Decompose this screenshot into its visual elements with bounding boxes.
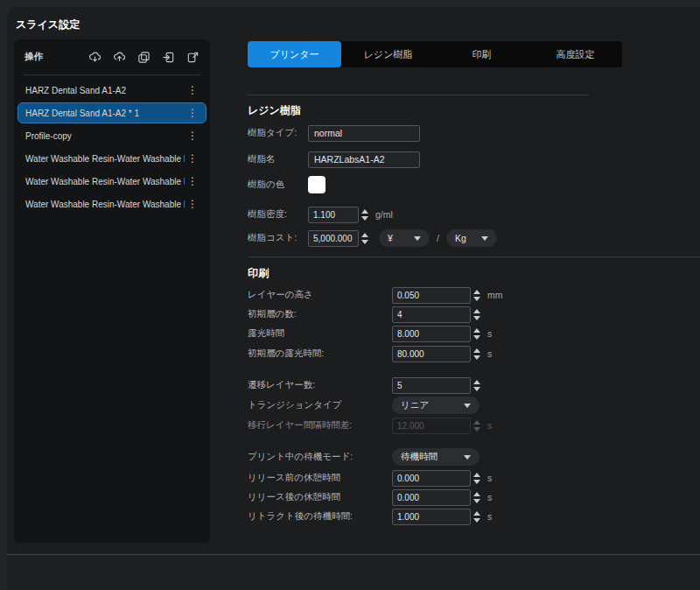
profile-name: HARZ Dental Sand A1-A2: [25, 86, 185, 95]
list-item[interactable]: Profile-copy ⋮: [18, 125, 206, 146]
rest-before-release-unit: s: [487, 473, 492, 483]
stepper-arrows-icon: [473, 420, 480, 432]
kebab-menu-icon[interactable]: ⋮: [185, 174, 200, 188]
kebab-menu-icon[interactable]: ⋮: [185, 106, 200, 120]
list-item[interactable]: Water Washable Resin-Water Washable Resi…: [18, 148, 206, 169]
resin-color-swatch[interactable]: [308, 176, 326, 193]
operations-label: 操作: [24, 51, 88, 63]
transition-type-dropdown[interactable]: リニア: [392, 397, 480, 414]
sidebar-toolbar: [88, 51, 200, 64]
profile-name: HARZ Dental Sand A1-A2 * 1: [25, 109, 185, 118]
list-item[interactable]: HARZ Dental Sand A1-A2 ⋮: [18, 80, 206, 101]
resin-type-row: 樹脂タイプ:: [248, 124, 420, 142]
transition-layers-row: 遷移レイヤー数:: [248, 376, 480, 394]
stepper-arrows-icon[interactable]: [473, 328, 480, 340]
resin-type-input[interactable]: [308, 125, 420, 142]
initial-exposure-row: 初期層の露光時間: s: [248, 345, 492, 362]
transition-layers-label: 遷移レイヤー数:: [248, 379, 392, 391]
kebab-menu-icon[interactable]: ⋮: [185, 197, 200, 211]
rest-after-release-input[interactable]: [392, 489, 471, 506]
initial-layers-label: 初期層の数:: [248, 308, 392, 320]
cloud-upload-icon[interactable]: [113, 51, 126, 64]
transition-type-row: トランジションタイプ リニア: [248, 397, 480, 414]
list-item[interactable]: HARZ Dental Sand A1-A2 * 1 ⋮: [18, 102, 206, 123]
wait-mode-dropdown[interactable]: 待機時間: [392, 448, 480, 466]
resin-density-stepper[interactable]: [308, 207, 368, 223]
tab-printer[interactable]: プリンター: [248, 41, 341, 67]
rest-after-release-label: リリース後の休憩時間: [248, 491, 392, 503]
layer-height-stepper[interactable]: [392, 287, 480, 304]
rest-before-release-row: リリース前の休憩時間 s: [248, 469, 492, 487]
currency-dropdown[interactable]: ¥: [379, 229, 430, 247]
initial-exposure-input[interactable]: [392, 346, 471, 362]
rest-after-release-unit: s: [487, 492, 492, 502]
exposure-input[interactable]: [392, 326, 471, 342]
resin-cost-input[interactable]: [308, 230, 359, 247]
resin-section-title: レジン樹脂: [248, 103, 301, 118]
transition-interval-stepper: [392, 418, 480, 434]
currency-value: ¥: [388, 233, 393, 243]
weight-unit-dropdown[interactable]: Kg: [446, 229, 497, 247]
resin-color-label: 樹脂の色: [248, 179, 308, 191]
transition-layers-stepper[interactable]: [392, 377, 480, 394]
footer-bar: [7, 555, 700, 590]
resin-density-input[interactable]: [308, 207, 359, 223]
stepper-arrows-icon[interactable]: [473, 511, 480, 523]
stepper-arrows-icon[interactable]: [361, 209, 368, 221]
print-section-title: 印刷: [248, 266, 269, 281]
exposure-label: 露光時間: [248, 327, 392, 340]
initial-layers-input[interactable]: [392, 306, 471, 323]
stepper-arrows-icon[interactable]: [473, 290, 480, 301]
profile-list: HARZ Dental Sand A1-A2 ⋮ HARZ Dental San…: [14, 75, 210, 214]
chevron-down-icon: [464, 404, 471, 408]
transition-layers-input[interactable]: [392, 377, 471, 394]
list-item[interactable]: Water Washable Resin-Water Washable Resi…: [18, 171, 206, 192]
cloud-download-icon[interactable]: [88, 51, 102, 64]
sidebar-header: 操作: [14, 39, 210, 74]
chevron-down-icon: [464, 455, 471, 460]
resin-cost-row: 樹脂コスト: ¥ / Kg: [248, 229, 497, 247]
list-item[interactable]: Water Washable Resin-Water Washable Resi…: [18, 193, 206, 214]
rest-after-release-stepper[interactable]: [392, 489, 480, 506]
stepper-arrows-icon[interactable]: [473, 309, 480, 320]
tab-resin[interactable]: レジン樹脂: [341, 41, 435, 67]
divider: [248, 95, 589, 95]
stepper-arrows-icon[interactable]: [473, 492, 480, 503]
page-title: スライス設定: [16, 18, 80, 32]
initial-exposure-stepper[interactable]: [392, 346, 480, 362]
transition-interval-unit: s: [487, 420, 492, 431]
resin-cost-stepper[interactable]: [308, 230, 368, 247]
import-icon[interactable]: [162, 51, 175, 64]
wait-mode-label: プリント中の待機モード:: [248, 451, 392, 463]
exposure-row: 露光時間 s: [248, 325, 492, 342]
divider: [248, 256, 700, 257]
layer-height-input[interactable]: [392, 287, 471, 304]
layer-height-unit: mm: [487, 290, 503, 300]
stepper-arrows-icon[interactable]: [473, 348, 480, 360]
export-icon[interactable]: [186, 51, 200, 64]
exposure-stepper[interactable]: [392, 326, 480, 342]
resin-density-label: 樹脂密度:: [248, 208, 308, 221]
initial-layers-stepper[interactable]: [392, 306, 480, 323]
layer-height-row: レイヤーの高さ mm: [248, 286, 503, 304]
stepper-arrows-icon[interactable]: [361, 233, 368, 244]
tab-advanced[interactable]: 高度設定: [528, 41, 622, 67]
wait-after-retract-stepper[interactable]: [392, 509, 480, 525]
wait-after-retract-row: リトラクト後の待機時間: s: [248, 508, 492, 525]
tab-print[interactable]: 印刷: [435, 41, 528, 67]
stepper-arrows-icon[interactable]: [473, 473, 480, 484]
stepper-arrows-icon[interactable]: [473, 380, 480, 391]
wait-after-retract-input[interactable]: [392, 509, 471, 525]
initial-exposure-label: 初期層の露光時間:: [248, 348, 392, 360]
kebab-menu-icon[interactable]: ⋮: [185, 151, 200, 165]
slice-settings-dialog: スライス設定 操作: [7, 7, 700, 590]
kebab-menu-icon[interactable]: ⋮: [185, 83, 200, 97]
wait-mode-value: 待機時間: [401, 451, 438, 463]
resin-name-input[interactable]: [308, 151, 420, 168]
profile-name: Water Washable Resin-Water Washable Resi…: [25, 177, 185, 186]
wait-mode-row: プリント中の待機モード: 待機時間: [248, 448, 480, 466]
kebab-menu-icon[interactable]: ⋮: [185, 129, 200, 143]
rest-before-release-stepper[interactable]: [392, 470, 480, 487]
rest-before-release-input[interactable]: [392, 470, 471, 487]
copy-icon[interactable]: [137, 51, 150, 64]
